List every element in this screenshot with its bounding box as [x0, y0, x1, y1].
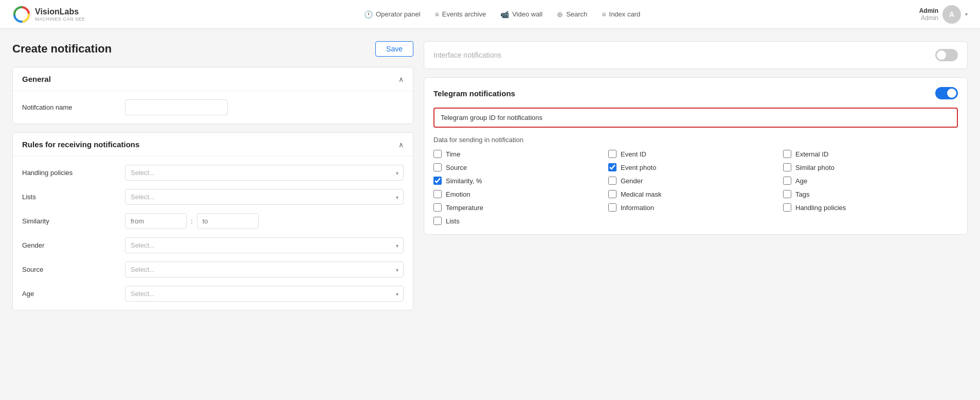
- checkbox-gender: Gender: [608, 177, 783, 185]
- checkbox-handling-policies-input[interactable]: [783, 203, 791, 212]
- nav-video-wall[interactable]: 📹 Video wall: [500, 10, 542, 19]
- checkbox-age-label: Age: [795, 177, 807, 185]
- checkbox-similar-photo-input[interactable]: [783, 163, 791, 171]
- checkbox-temperature: Temperature: [433, 203, 608, 212]
- clock-icon: 🕐: [364, 10, 373, 19]
- data-section-title: Data for sending in notification: [433, 136, 958, 144]
- lists-label: Lists: [22, 193, 125, 201]
- telegram-toggle[interactable]: [935, 87, 958, 99]
- telegram-title: Telegram notifications: [433, 89, 515, 98]
- checkbox-similarity-pct-label: Similarity, %: [446, 177, 482, 185]
- checkbox-emotion: Emotion: [433, 190, 608, 198]
- checkbox-lists-input[interactable]: [433, 217, 442, 225]
- nav-search-label: Search: [566, 10, 587, 18]
- svg-point-1: [19, 12, 24, 17]
- nav-index-card-label: Index card: [609, 10, 641, 18]
- rules-section-title: Rules for receiving notifications: [22, 140, 139, 149]
- checkbox-information-input[interactable]: [608, 203, 616, 212]
- general-section-header[interactable]: General ∧: [13, 67, 413, 91]
- user-area[interactable]: Admin Admin A ▾: [919, 5, 968, 24]
- interface-notifications-toggle[interactable]: [935, 49, 958, 61]
- age-select[interactable]: Select...: [125, 286, 404, 302]
- checkbox-temperature-input[interactable]: [433, 203, 442, 212]
- telegram-slider: [935, 87, 958, 99]
- main-content: Create notification Save General ∧ Notif…: [0, 29, 980, 400]
- age-row: Age Select... ▾: [22, 286, 404, 302]
- rules-section-header[interactable]: Rules for receiving notifications ∧: [13, 133, 413, 156]
- index-icon: ≡: [602, 10, 606, 19]
- checkbox-similarity-pct-input[interactable]: [433, 177, 442, 185]
- checkbox-gender-input[interactable]: [608, 177, 616, 185]
- nav-video-wall-label: Video wall: [512, 10, 542, 18]
- checkbox-emotion-label: Emotion: [446, 190, 470, 198]
- lists-select[interactable]: Select...: [125, 189, 404, 205]
- checkbox-handling-policies-label: Handling policies: [795, 204, 846, 212]
- general-section: General ∧ Notifcation name: [12, 67, 413, 124]
- checkbox-age: Age: [783, 177, 958, 185]
- checkbox-similar-photo-label: Similar photo: [795, 164, 834, 171]
- similarity-label: Similarity: [22, 217, 125, 225]
- checkbox-temperature-label: Temperature: [446, 204, 483, 212]
- lists-select-wrapper: Select... ▾: [125, 189, 404, 205]
- notification-name-input[interactable]: [125, 99, 228, 115]
- nav-events-archive[interactable]: ≡ Events archive: [435, 10, 486, 19]
- checkbox-event-id-input[interactable]: [608, 150, 616, 158]
- checkbox-event-id: Event ID: [608, 150, 783, 158]
- source-row: Source Select... ▾: [22, 262, 404, 277]
- similarity-to-input[interactable]: [197, 213, 259, 229]
- checkbox-external-id: External ID: [783, 150, 958, 158]
- checkbox-external-id-label: External ID: [795, 150, 828, 158]
- nav-operator-panel[interactable]: 🕐 Operator panel: [364, 10, 421, 19]
- interface-notifications-row: Interface notifications: [433, 49, 958, 61]
- interface-notifications-slider: [935, 49, 958, 61]
- telegram-group-id-label: Telegram group ID for notifications: [441, 114, 848, 121]
- checkbox-tags-input[interactable]: [783, 190, 791, 198]
- logo[interactable]: VisionLabs MACHINES CAN SEE: [12, 5, 85, 24]
- nav-operator-panel-label: Operator panel: [376, 10, 421, 18]
- nav-index-card[interactable]: ≡ Index card: [602, 10, 640, 19]
- right-panel: Interface notifications Telegram notific…: [424, 41, 968, 388]
- logo-icon: [12, 5, 31, 24]
- checkbox-event-id-label: Event ID: [621, 150, 646, 158]
- user-role: Admin: [919, 14, 938, 22]
- gender-label: Gender: [22, 241, 125, 249]
- similarity-inputs: :: [125, 213, 404, 229]
- source-select[interactable]: Select...: [125, 262, 404, 277]
- checkbox-time-input[interactable]: [433, 150, 442, 158]
- similarity-from-input[interactable]: [125, 213, 187, 229]
- checkbox-emotion-input[interactable]: [433, 190, 442, 198]
- save-button[interactable]: Save: [375, 41, 413, 57]
- page-title: Create notification: [12, 42, 112, 56]
- checkbox-source-label: Source: [446, 164, 467, 171]
- gender-select[interactable]: Select...: [125, 237, 404, 253]
- checkbox-time-label: Time: [446, 150, 460, 158]
- checkbox-medical-mask-label: Medical mask: [621, 190, 661, 198]
- checkbox-external-id-input[interactable]: [783, 150, 791, 158]
- telegram-header: Telegram notifications: [433, 87, 958, 99]
- telegram-notifications-section: Telegram notifications Telegram group ID…: [424, 77, 968, 235]
- checkbox-medical-mask-input[interactable]: [608, 190, 616, 198]
- checkbox-lists-label: Lists: [446, 217, 460, 225]
- checkbox-event-photo-input[interactable]: [608, 163, 616, 171]
- page-title-row: Create notification Save: [12, 41, 413, 57]
- checkbox-age-input[interactable]: [783, 177, 791, 185]
- left-panel: Create notification Save General ∧ Notif…: [12, 41, 413, 388]
- telegram-group-id-input[interactable]: [848, 113, 951, 123]
- rules-chevron-icon: ∧: [398, 141, 404, 149]
- nav-search[interactable]: ⊕ Search: [557, 10, 587, 19]
- handling-policies-select-wrapper: Select... ▾: [125, 165, 404, 181]
- nav-events-archive-label: Events archive: [442, 10, 486, 18]
- source-select-wrapper: Select... ▾: [125, 262, 404, 277]
- checkbox-source: Source: [433, 163, 608, 171]
- handling-policies-select[interactable]: Select...: [125, 165, 404, 181]
- notification-name-label: Notifcation name: [22, 103, 125, 111]
- notification-name-row: Notifcation name: [22, 99, 404, 115]
- user-name: Admin: [919, 7, 938, 14]
- logo-title: VisionLabs: [35, 7, 85, 16]
- checkbox-similarity-pct: Similarity, %: [433, 177, 608, 185]
- checkbox-time: Time: [433, 150, 608, 158]
- checkbox-event-photo: Event photo: [608, 163, 783, 171]
- general-chevron-icon: ∧: [398, 75, 404, 83]
- checkbox-medical-mask: Medical mask: [608, 190, 783, 198]
- checkbox-source-input[interactable]: [433, 163, 442, 171]
